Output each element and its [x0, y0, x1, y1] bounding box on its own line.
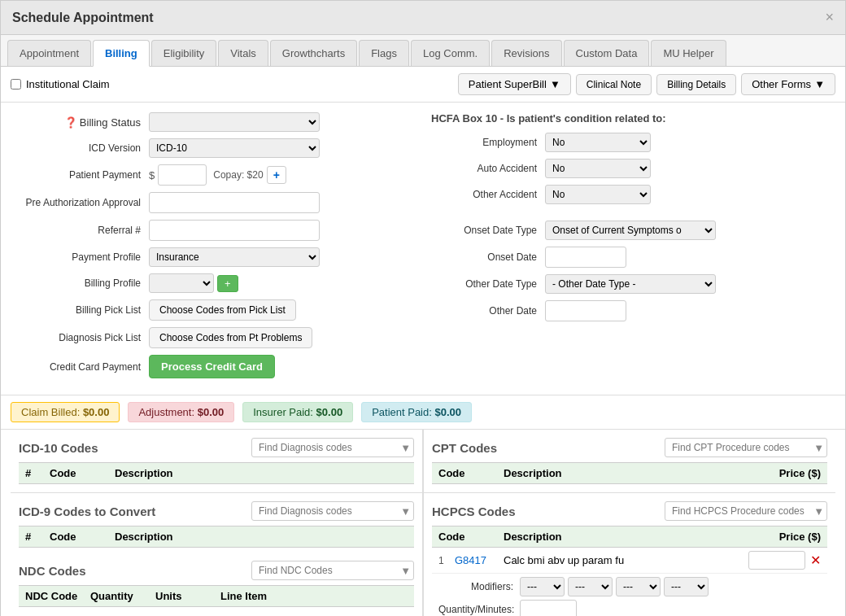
close-button[interactable]: ×: [825, 9, 834, 26]
payment-profile-row: Payment Profile Insurance: [11, 247, 415, 267]
copay-label: Copay: $20: [213, 169, 263, 181]
billing-pick-list-button[interactable]: Choose Codes from Pick List: [149, 299, 296, 321]
main-content: ❓ Billing Status ICD Version ICD-10 Pati…: [1, 103, 845, 395]
ndc-find-input[interactable]: [251, 561, 414, 580]
employment-row: Employment No: [431, 133, 835, 152]
icd9-panel: ICD-9 Codes to Convert ▼ # Code Descript…: [11, 492, 422, 616]
modifier-2-select[interactable]: ---: [568, 577, 613, 596]
other-date-type-select[interactable]: - Other Date Type -: [545, 274, 716, 294]
hcpcs-find-wrap: ▼: [665, 501, 827, 521]
employment-select[interactable]: No: [545, 133, 651, 152]
tab-revisions[interactable]: Revisions: [491, 40, 561, 66]
icd9-table-header: # Code Description: [19, 526, 414, 548]
claim-billed-badge: Claim Billed: $0.00: [11, 402, 120, 422]
other-accident-select[interactable]: No: [545, 185, 651, 204]
institutional-claim-checkbox[interactable]: [11, 79, 21, 90]
currency-symbol: $: [149, 169, 155, 181]
tab-custom-data[interactable]: Custom Data: [564, 40, 650, 66]
icd9-find-wrap: ▼: [251, 501, 414, 521]
modal-title: Schedule Appointment: [12, 11, 154, 25]
onset-date-input[interactable]: [545, 247, 626, 268]
hcpcs-delete-icon[interactable]: ✕: [810, 553, 821, 568]
billing-profile-label: Billing Profile: [11, 277, 149, 289]
billing-profile-select[interactable]: [149, 273, 214, 293]
other-date-row: Other Date: [431, 300, 835, 321]
employment-label: Employment: [431, 137, 545, 148]
tab-mu-helper[interactable]: MU Helper: [651, 40, 726, 66]
onset-date-type-select[interactable]: Onset of Current Symptoms o: [545, 221, 716, 240]
quantity-input[interactable]: 1.00: [520, 600, 577, 616]
clinical-note-button[interactable]: Clinical Note: [576, 74, 652, 95]
referral-row: Referral #: [11, 220, 415, 241]
icd9-title: ICD-9 Codes to Convert: [19, 505, 155, 518]
tab-billing[interactable]: Billing: [93, 40, 150, 67]
auto-accident-select[interactable]: No: [545, 159, 651, 178]
modifier-3-select[interactable]: ---: [616, 577, 661, 596]
ndc-find-wrap: ▼: [251, 561, 414, 580]
modifier-1-select[interactable]: ---: [520, 577, 565, 596]
tab-log-comm[interactable]: Log Comm.: [411, 40, 490, 66]
modifier-4-select[interactable]: ---: [664, 577, 709, 596]
hcpcs-title: HCPCS Codes: [432, 505, 516, 518]
diagnosis-pick-list-button[interactable]: Choose Codes from Pt Problems: [149, 327, 312, 348]
cpt-table-header: Code Description Price ($): [432, 462, 827, 484]
hcpcs-find-input[interactable]: [665, 501, 827, 521]
pre-auth-row: Pre Authorization Approval: [11, 192, 415, 213]
onset-date-label: Onset Date: [431, 251, 545, 263]
billing-pick-list-row: Billing Pick List Choose Codes from Pick…: [11, 299, 415, 321]
other-date-input[interactable]: [545, 300, 626, 321]
modal-header: Schedule Appointment ×: [1, 1, 845, 35]
icd10-find-input[interactable]: [251, 438, 414, 457]
icd9-find-input[interactable]: [251, 501, 414, 521]
schedule-appointment-modal: Schedule Appointment × Appointment Billi…: [0, 0, 846, 616]
icd10-header: ICD-10 Codes ▼: [19, 438, 414, 457]
hcpcs-panel: HCPCS Codes ▼ Code Description Price ($)…: [423, 492, 835, 616]
other-accident-label: Other Accident: [431, 189, 545, 200]
patient-payment-label: Patient Payment: [11, 169, 149, 181]
tab-flags[interactable]: Flags: [359, 40, 409, 66]
payment-profile-label: Payment Profile: [11, 251, 149, 263]
billing-status-row: ❓ Billing Status: [11, 112, 415, 132]
payment-profile-select[interactable]: Insurance: [149, 247, 320, 267]
add-billing-profile-button[interactable]: +: [217, 275, 238, 292]
tab-eligibility[interactable]: Eligibility: [151, 40, 217, 66]
toolbar-left: Institutional Claim: [11, 78, 110, 90]
patient-payment-input[interactable]: 0: [158, 164, 207, 186]
credit-card-row: Credit Card Payment Process Credit Card: [11, 355, 415, 378]
icd-version-label: ICD Version: [11, 142, 149, 154]
icd-version-select[interactable]: ICD-10: [149, 138, 320, 158]
superbill-chevron-icon: ▼: [550, 78, 560, 90]
help-icon: ❓: [64, 116, 77, 129]
hcfa-title: HCFA Box 10 - Is patient's condition rel…: [431, 112, 835, 125]
right-form-section: HCFA Box 10 - Is patient's condition rel…: [431, 112, 835, 385]
pre-auth-label: Pre Authorization Approval: [11, 197, 149, 208]
billing-details-button[interactable]: Billing Details: [656, 74, 736, 95]
hcpcs-price-input[interactable]: 0.00: [748, 551, 805, 570]
patient-payment-row: Patient Payment $ 0 Copay: $20 +: [11, 164, 415, 186]
insurer-paid-badge: Insurer Paid: $0.00: [242, 402, 353, 422]
other-accident-row: Other Accident No: [431, 185, 835, 204]
add-payment-button[interactable]: +: [267, 166, 286, 184]
diagnosis-pick-list-row: Diagnosis Pick List Choose Codes from Pt…: [11, 327, 415, 348]
tab-appointment[interactable]: Appointment: [7, 40, 91, 66]
onset-date-type-label: Onset Date Type: [431, 225, 545, 236]
referral-input[interactable]: [149, 220, 320, 241]
tab-growthcharts[interactable]: Growthcharts: [270, 40, 357, 66]
cpt-header: CPT Codes ▼: [432, 438, 827, 457]
cpt-find-wrap: ▼: [665, 438, 827, 457]
process-credit-card-button[interactable]: Process Credit Card: [149, 355, 275, 378]
hcpcs-code-link[interactable]: G8417: [455, 554, 504, 566]
billing-profile-row: Billing Profile +: [11, 273, 415, 293]
codes-area-bottom: ICD-9 Codes to Convert ▼ # Code Descript…: [1, 492, 845, 616]
hcpcs-table-header: Code Description Price ($): [432, 526, 827, 548]
patient-superbill-button[interactable]: Patient SuperBill ▼: [458, 73, 571, 95]
other-forms-button[interactable]: Other Forms ▼: [741, 73, 835, 95]
billing-status-select[interactable]: [149, 112, 320, 132]
tab-vitals[interactable]: Vitals: [218, 40, 268, 66]
icd10-title: ICD-10 Codes: [19, 441, 98, 455]
cpt-find-input[interactable]: [665, 438, 827, 457]
pre-auth-input[interactable]: [149, 192, 320, 213]
icd10-table-header: # Code Description: [19, 462, 414, 484]
patient-paid-badge: Patient Paid: $0.00: [361, 402, 472, 422]
billing-profile-group: +: [149, 273, 238, 293]
